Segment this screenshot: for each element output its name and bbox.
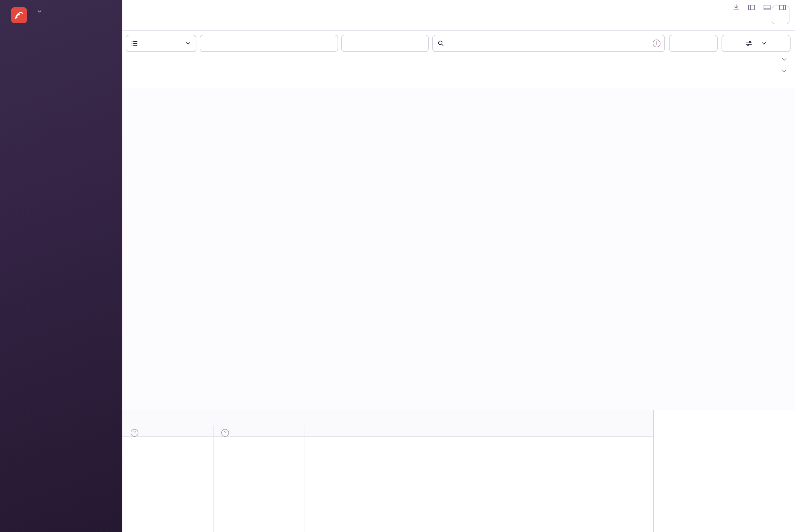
- dock-left-icon[interactable]: [747, 3, 756, 12]
- column-divider[interactable]: [213, 425, 213, 532]
- self-time-header[interactable]: ?: [128, 427, 138, 437]
- header-bar: [122, 0, 795, 31]
- thread-select[interactable]: [126, 35, 196, 52]
- help-icon: ?: [221, 429, 229, 437]
- dock-right-icon[interactable]: [778, 3, 787, 12]
- sidebar: [0, 0, 122, 532]
- list-icon: [131, 39, 138, 47]
- info-icon[interactable]: i: [653, 39, 661, 47]
- sort-segmented-control: [200, 35, 338, 52]
- details-tabs: [654, 425, 795, 439]
- flamegraph-canvas[interactable]: [122, 89, 795, 410]
- chevron-down-icon: [760, 40, 767, 47]
- chevron-down-icon: [36, 8, 42, 14]
- direction-segmented-control: [341, 35, 429, 52]
- column-divider[interactable]: [304, 425, 304, 532]
- details-panel: [653, 410, 795, 532]
- frames-table-header: ? ?: [122, 425, 653, 437]
- minimap-strip[interactable]: [122, 54, 795, 66]
- toolbar: i: [122, 31, 795, 55]
- sliders-icon: [745, 39, 753, 47]
- chevron-down-icon: [185, 40, 191, 47]
- find-frames-search[interactable]: i: [432, 35, 665, 52]
- main-area: i ? ?: [122, 0, 795, 532]
- frames-table: [122, 437, 653, 532]
- download-icon[interactable]: [732, 3, 740, 12]
- profile-axis: [122, 77, 795, 89]
- total-time-header[interactable]: ?: [219, 427, 229, 437]
- transaction-strip[interactable]: [122, 66, 795, 78]
- sentry-logo-icon[interactable]: [11, 7, 27, 23]
- search-input[interactable]: [448, 39, 650, 48]
- chevron-down-icon[interactable]: [781, 68, 788, 76]
- dock-bottom-icon[interactable]: [763, 3, 771, 12]
- reset-zoom-button[interactable]: [669, 35, 718, 52]
- org-switcher[interactable]: [33, 8, 42, 14]
- help-icon: ?: [131, 429, 138, 437]
- search-icon: [437, 40, 444, 47]
- panel-layout-icons: [732, 3, 787, 12]
- chevron-down-icon[interactable]: [781, 56, 788, 64]
- color-coding-button[interactable]: [721, 35, 791, 52]
